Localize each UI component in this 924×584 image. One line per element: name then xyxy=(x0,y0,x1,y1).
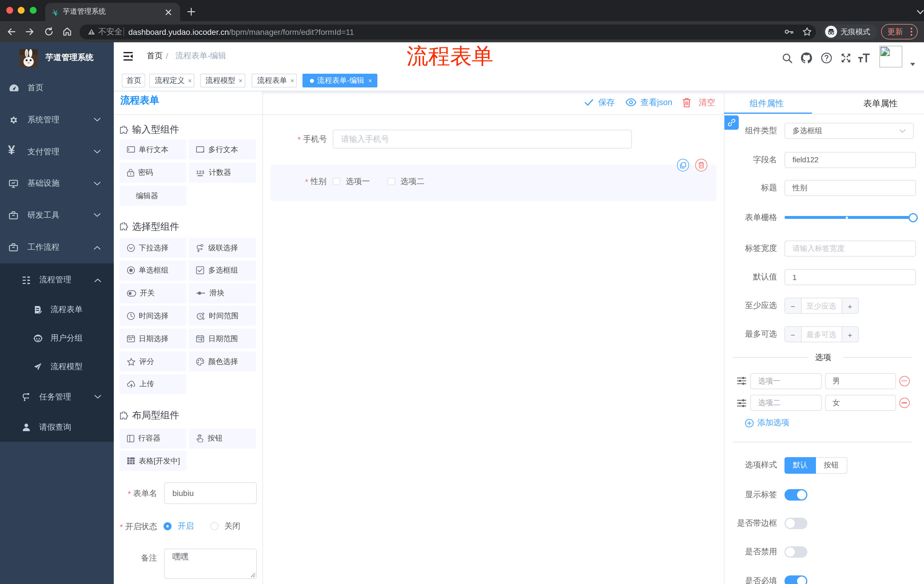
svg-text:123: 123 xyxy=(196,169,204,175)
